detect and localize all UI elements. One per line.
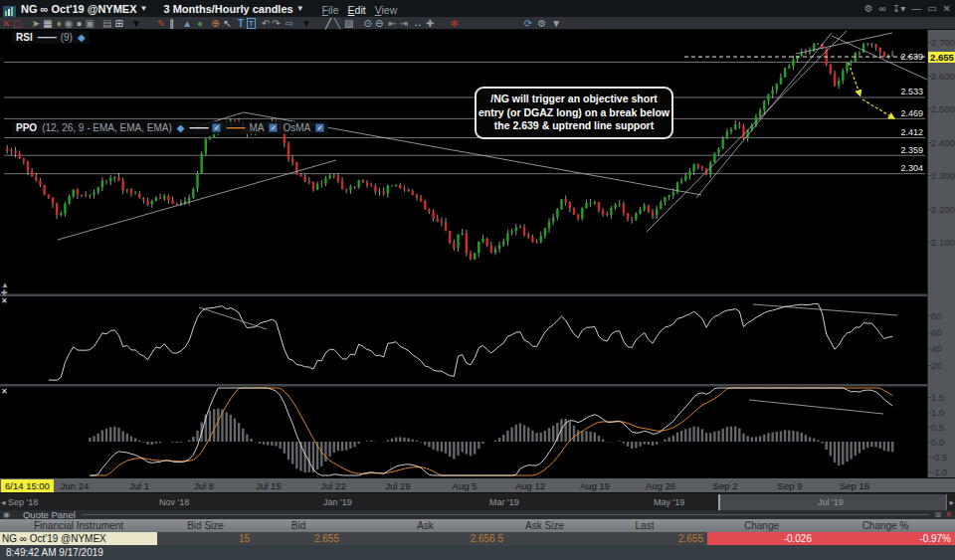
- axis-tick: 0.0: [931, 437, 944, 448]
- draw-pencil-icon[interactable]: ✎: [157, 18, 165, 29]
- scroll-right-icon[interactable]: ▸: [949, 497, 954, 507]
- expand-horizontal-icon[interactable]: ↔: [413, 18, 423, 29]
- globe-icon[interactable]: ●: [197, 18, 203, 29]
- close-icon[interactable]: ✕: [943, 4, 951, 14]
- ppo-ma-checkbox[interactable]: ✓: [269, 123, 278, 132]
- quote-column-header[interactable]: Ask Size: [507, 520, 582, 531]
- volume-bars-icon[interactable]: ∥: [169, 18, 174, 29]
- chart-annotation[interactable]: /NG will trigger an objective short entr…: [475, 87, 673, 139]
- quote-ask-size[interactable]: [507, 532, 582, 545]
- remove-chart-icon[interactable]: ✕: [2, 18, 10, 29]
- ray-line-tool-icon[interactable]: ╲: [334, 18, 340, 29]
- price-axis[interactable]: 2.7002.6002.5002.4002.3002.2002.10080604…: [927, 30, 955, 477]
- ppo-checkbox[interactable]: ✓: [212, 123, 221, 132]
- quote-instrument[interactable]: NG ∞ Oct'19 @NYMEX: [0, 532, 157, 545]
- menu-file[interactable]: File: [322, 4, 339, 16]
- scroll-left-icon[interactable]: ◂: [1, 497, 6, 507]
- quote-column-header[interactable]: Bid Size: [157, 520, 254, 531]
- quote-column-header[interactable]: Ask: [343, 520, 507, 531]
- quote-panel-close-icon[interactable]: ✕: [945, 510, 952, 519]
- candlestick-chart[interactable]: [0, 30, 927, 477]
- quote-panel-toggle-icon[interactable]: ◉: [3, 510, 10, 519]
- drawing-toolbar: ✕▢➤▦♦◉●▣▤⊞▼✎∥▲●⊕↖TT↶↷⇨▼╱╲▨⊙⊖⇤⇥↔✚✱⟳⚙▼: [0, 17, 955, 30]
- ellipse-tool-icon[interactable]: ●: [77, 18, 83, 29]
- price-level-label: 2.412: [883, 127, 923, 137]
- brush-tool-icon[interactable]: ▨: [344, 18, 353, 29]
- quote-column-header[interactable]: Bid: [254, 520, 343, 531]
- chart-scrollbar[interactable]: ◂ Sep '18Nov '18Jan '19Mar '19May '19Jul…: [0, 492, 955, 510]
- wrench-icon[interactable]: ⚙: [537, 18, 546, 29]
- menu-edit[interactable]: Edit: [348, 4, 366, 16]
- quote-change-pct[interactable]: -0.97%: [816, 532, 955, 545]
- chart-symbol-title[interactable]: NG ∞ Oct'19 @NYMEX: [21, 3, 137, 15]
- move-tool-icon[interactable]: ✚: [426, 18, 434, 29]
- ppo-settings-icon[interactable]: ◆: [177, 122, 185, 133]
- rsi-close-icon[interactable]: ✕: [1, 297, 8, 305]
- zoom-in-icon[interactable]: ⊙: [364, 18, 372, 29]
- axis-tick-mark: [928, 471, 931, 472]
- stamp-icon[interactable]: ♦: [57, 18, 62, 29]
- layout-grid-icon[interactable]: ⊞: [114, 18, 122, 29]
- refresh-icon[interactable]: ⟳: [524, 18, 532, 29]
- time-axis-label: Jul 29: [385, 480, 410, 491]
- text-annotation-icon[interactable]: T: [238, 18, 244, 29]
- quote-ask[interactable]: 2.656 5: [343, 532, 507, 545]
- crosshair-pointer-icon[interactable]: ↖: [224, 18, 232, 29]
- rsi-settings-icon[interactable]: ◆: [78, 32, 86, 43]
- pin-icon[interactable]: ↧▾: [892, 4, 905, 14]
- quote-column-header[interactable]: Change: [707, 520, 816, 531]
- quote-column-header[interactable]: Financial Instrument: [0, 520, 157, 531]
- time-axis[interactable]: 6/14 15:00Jun 24Jul 1Jul 8Jul 15Jul 22Ju…: [0, 477, 955, 492]
- axis-tick-mark: [928, 442, 931, 443]
- snapshot-icon[interactable]: ◉: [65, 18, 74, 29]
- ppo-close-icon[interactable]: ✕: [1, 388, 8, 396]
- text-box-icon[interactable]: T: [247, 18, 256, 29]
- timeframe-dropdown-icon[interactable]: ▼: [296, 4, 304, 13]
- ppo-osma-checkbox[interactable]: ✓: [315, 123, 324, 132]
- marker-tool-icon[interactable]: ✱: [450, 18, 458, 29]
- time-axis-label: Aug 26: [646, 480, 675, 491]
- trendline-tool-icon[interactable]: ╱: [325, 18, 331, 29]
- axis-tick: 2.100: [931, 237, 955, 248]
- axis-tick-mark: [928, 76, 931, 77]
- quote-panel-expand-icon[interactable]: ⊞: [935, 510, 942, 519]
- image-icon[interactable]: ▣: [86, 18, 95, 29]
- redo-icon[interactable]: ↷: [272, 18, 280, 29]
- snap-left-icon[interactable]: ⇤: [388, 18, 396, 29]
- quote-bid[interactable]: 2.655: [254, 532, 343, 545]
- price-level-label: 2.469: [883, 108, 923, 118]
- quote-last[interactable]: 2.655: [582, 532, 707, 545]
- quote-column-header[interactable]: Change %: [816, 520, 955, 531]
- menu-view[interactable]: View: [375, 4, 398, 16]
- minimize-icon[interactable]: —: [911, 4, 921, 14]
- area-chart-icon[interactable]: ▲: [182, 18, 192, 29]
- pointer-icon[interactable]: ➤: [32, 18, 40, 29]
- chart-type-dropdown-icon[interactable]: ▼: [131, 18, 141, 29]
- quote-column-header[interactable]: Last: [582, 520, 707, 531]
- restore-icon[interactable]: ▭: [927, 4, 936, 14]
- chart-image-icon[interactable]: ▤: [102, 18, 111, 29]
- quote-row[interactable]: NG ∞ Oct'19 @NYMEX152.6552.656 52.655-0.…: [0, 532, 955, 545]
- grid-icon[interactable]: ▦: [43, 18, 52, 29]
- scrollbar-range-label: Mar '19: [489, 497, 519, 507]
- quote-change[interactable]: -0.026: [707, 532, 816, 545]
- undo-icon[interactable]: ↶: [262, 18, 270, 29]
- settings-gear-icon[interactable]: ⚙: [864, 4, 873, 14]
- shapes-dropdown-icon[interactable]: ▼: [301, 18, 311, 29]
- target-icon[interactable]: ⊕: [211, 18, 219, 29]
- link-icon[interactable]: ∞: [879, 4, 886, 14]
- axis-tick: 80: [931, 310, 942, 321]
- callout-arrow-icon[interactable]: ⇨: [286, 18, 293, 29]
- axis-tick-mark: [928, 209, 931, 210]
- axis-tick-mark: [928, 427, 931, 428]
- marquee-select-icon[interactable]: ▢: [12, 18, 21, 29]
- tools-dropdown-icon[interactable]: ▼: [551, 18, 561, 29]
- snap-right-icon[interactable]: ⇥: [400, 18, 408, 29]
- chart-area[interactable]: /NG will trigger an objective short entr…: [0, 30, 955, 477]
- axis-tick-mark: [928, 142, 931, 143]
- scrollbar-range-label: Sep '18: [8, 497, 38, 507]
- zoom-out-icon[interactable]: ⊖: [375, 18, 383, 29]
- symbol-dropdown-icon[interactable]: ▼: [140, 4, 148, 13]
- timeframe-selector[interactable]: 3 Months/Hourly candles: [163, 3, 292, 15]
- quote-bid-size[interactable]: 15: [157, 532, 254, 545]
